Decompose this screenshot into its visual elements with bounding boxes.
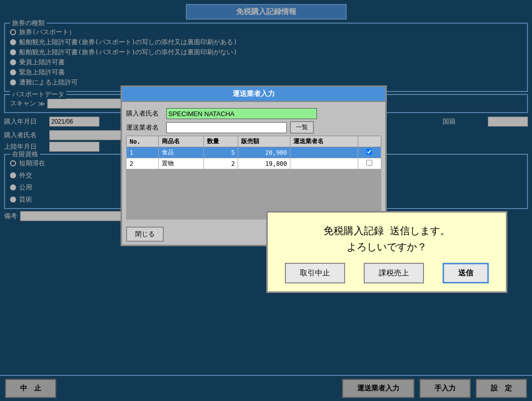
carrier-purchaser-input[interactable]: [166, 108, 317, 119]
cell-name: 置物: [158, 158, 203, 169]
cell-name: 食品: [158, 147, 203, 158]
row-checkbox-2[interactable]: [366, 160, 372, 166]
confirm-dialog: 免税購入記録 送信します。 よろしいですか？ 取引中止 課税売上 送信: [266, 211, 507, 293]
col-header-qty: 数量: [204, 136, 238, 147]
cell-carrier: [290, 158, 358, 169]
cell-carrier: [290, 147, 358, 158]
col-header-name: 商品名: [158, 136, 203, 147]
carrier-popup-title: 運送業者入力: [122, 87, 385, 102]
confirm-message: 免税購入記録 送信します。 よろしいですか？: [278, 223, 496, 255]
cell-check[interactable]: [358, 158, 381, 169]
cell-check[interactable]: [358, 147, 381, 158]
cell-amount: 19,800: [238, 158, 290, 169]
col-header-check: [358, 136, 381, 147]
send-button[interactable]: 送信: [443, 263, 489, 283]
carrier-table: No. 商品名 数量 販売額 運送業者名 1 食品 5 20,900: [126, 136, 381, 169]
cell-no: 2: [127, 158, 159, 169]
col-header-amount: 販売額: [238, 136, 290, 147]
confirm-buttons: 取引中止 課税売上 送信: [278, 263, 496, 283]
table-row[interactable]: 2 置物 2 19,800: [127, 158, 381, 169]
close-button[interactable]: 閉じる: [126, 227, 164, 242]
carrier-name-label: 運送業者名: [126, 123, 166, 132]
ichiran-button[interactable]: 一覧: [290, 121, 314, 134]
tax-sales-button[interactable]: 課税売上: [364, 263, 424, 283]
confirm-line1: 免税購入記録 送信します。: [278, 223, 496, 239]
confirm-line2: よろしいですか？: [278, 239, 496, 255]
col-header-carrier: 運送業者名: [290, 136, 358, 147]
carrier-purchaser-label: 購入者氏名: [126, 109, 166, 118]
cell-qty: 2: [204, 158, 238, 169]
cell-amount: 20,900: [238, 147, 290, 158]
col-header-no: No.: [127, 136, 159, 147]
carrier-name-input[interactable]: [166, 122, 287, 133]
cancel-transaction-button[interactable]: 取引中止: [285, 263, 345, 283]
row-checkbox-1[interactable]: [366, 149, 372, 155]
table-row[interactable]: 1 食品 5 20,900: [127, 147, 381, 158]
cell-qty: 5: [204, 147, 238, 158]
cell-no: 1: [127, 147, 159, 158]
